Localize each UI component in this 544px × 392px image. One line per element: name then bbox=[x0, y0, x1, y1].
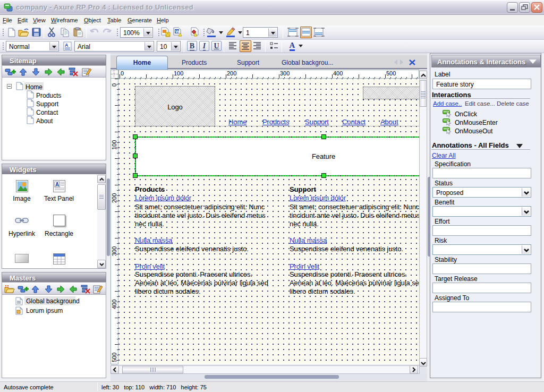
svg-text:A: A bbox=[65, 42, 69, 48]
svg-text:W: W bbox=[175, 29, 180, 34]
svg-text:A: A bbox=[55, 182, 59, 188]
